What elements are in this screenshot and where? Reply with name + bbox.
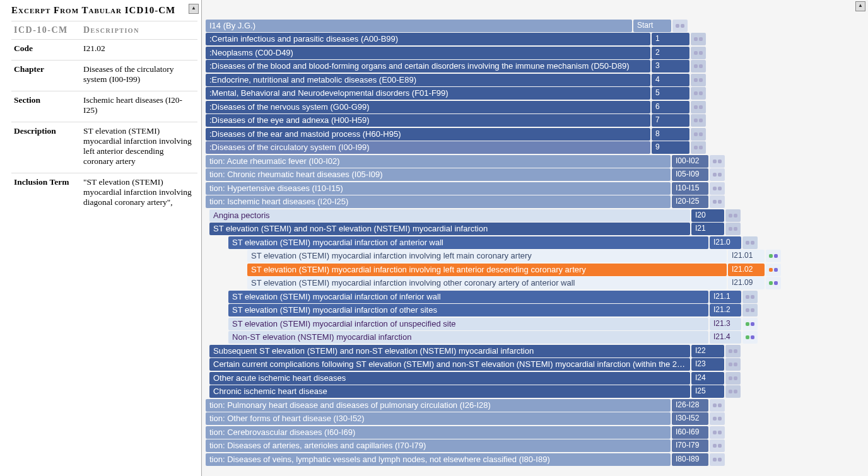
tree-status-dots[interactable] (725, 358, 741, 371)
tree-code[interactable]: I26-I28 (672, 399, 708, 412)
tree-status-dots[interactable] (710, 155, 725, 168)
tree-label[interactable]: tion: Pulmonary heart disease and diseas… (206, 399, 671, 412)
tree-row[interactable]: tion: Hypertensive diseases (I10-I15)I10… (206, 182, 868, 195)
tree-label[interactable]: :Neoplasms (C00-D49) (206, 47, 650, 59)
tree-code[interactable]: 6 (652, 101, 689, 113)
tree-row[interactable]: tion: Diseases of arteries, arterioles a… (206, 439, 868, 453)
tree-row[interactable]: :Certain infectious and parasitic diseas… (206, 33, 868, 46)
tree-row[interactable]: tion: Ischemic heart diseases (I20-I25)I… (206, 195, 868, 209)
tree-status-dots[interactable] (710, 453, 725, 466)
tree-label[interactable]: ST elevation (STEMI) myocardial infarcti… (247, 264, 727, 276)
tree-status-dots[interactable] (742, 291, 758, 303)
tree-status-dots[interactable] (766, 277, 781, 289)
tree-label[interactable]: Non-ST elevation (NSTEMI) myocardial inf… (228, 331, 708, 344)
tree-row[interactable]: :Mental, Behavioral and Neurodevelopment… (206, 87, 868, 100)
tree-row[interactable]: tion: Pulmonary heart disease and diseas… (206, 398, 868, 412)
tree-label[interactable]: :Diseases of the nervous system (G00-G99… (206, 101, 650, 113)
tree-status-dots[interactable] (691, 74, 706, 86)
tree-row[interactable]: Non-ST elevation (NSTEMI) myocardial inf… (228, 331, 868, 344)
tree-label[interactable]: tion: Cerebrovascular diseases (I60-I69) (206, 426, 671, 439)
tree-status-dots[interactable] (742, 331, 758, 344)
tree-row[interactable]: :Diseases of the blood and blood-forming… (206, 60, 868, 73)
tree-status-dots[interactable] (710, 426, 725, 439)
tree-label[interactable]: ST elevation (STEMI) myocardial infarcti… (247, 250, 727, 262)
tree-status-dots[interactable] (742, 236, 758, 249)
tree-row[interactable]: Angina pectorisI20 (209, 209, 868, 222)
tree-code[interactable]: 9 (652, 141, 689, 154)
tree-row[interactable]: tion: Diseases of veins, lymphatic vesse… (206, 453, 868, 466)
tree-code[interactable]: I21.1 (710, 291, 741, 303)
tree-status-dots[interactable] (725, 223, 741, 235)
tree-label[interactable]: ST elevation (STEMI) myocardial infarcti… (247, 277, 727, 289)
tree-row[interactable]: :Diseases of the eye and adnexa (H00-H59… (206, 114, 868, 127)
tree-row[interactable]: ST elevation (STEMI) myocardial infarcti… (228, 317, 868, 330)
tree-label[interactable]: Chronic ischemic heart disease (209, 385, 690, 398)
tree-code[interactable]: I20-I25 (672, 195, 708, 208)
tree-status-dots[interactable] (766, 250, 781, 262)
tree-row[interactable]: tion: Other forms of heart disease (I30-… (206, 412, 868, 426)
tree-label[interactable]: Certain current complications following … (209, 358, 690, 371)
tree-label[interactable]: ST elevation (STEMI) myocardial infarcti… (228, 318, 708, 330)
tree-status-dots[interactable] (691, 128, 706, 141)
tree-row[interactable]: Certain current complications following … (209, 358, 868, 371)
tree-code[interactable]: I22 (691, 345, 724, 357)
tree-code[interactable]: I23 (691, 358, 724, 371)
tree-row[interactable]: tion: Chronic rheumatic heart diseases (… (206, 168, 868, 182)
tree-label[interactable]: tion: Diseases of veins, lymphatic vesse… (206, 453, 671, 466)
tree-label[interactable]: :Certain infectious and parasitic diseas… (206, 33, 650, 45)
tree-code[interactable]: 1 (652, 33, 689, 45)
tree-status-dots[interactable] (691, 60, 706, 73)
tree-code[interactable]: I25 (691, 385, 724, 398)
tree-label[interactable]: ST elevation (STEMI) myocardial infarcti… (228, 291, 708, 303)
tree-code[interactable]: I20 (691, 209, 724, 222)
tree-code[interactable]: I21 (691, 223, 724, 235)
tree-status-dots[interactable] (725, 345, 741, 357)
tree-code[interactable]: I70-I79 (672, 439, 708, 452)
tree-code[interactable]: Start (633, 20, 671, 32)
tree-code[interactable]: I21.09 (728, 277, 765, 289)
tree-row[interactable]: :Diseases of the ear and mastoid process… (206, 127, 868, 141)
tree-row[interactable]: ST elevation (STEMI) myocardial infarcti… (228, 304, 868, 317)
tree-row[interactable]: :Neoplasms (C00-D49)2 (206, 46, 868, 59)
tree-status-dots[interactable] (766, 264, 781, 276)
tree-label[interactable]: tion: Acute rheumatic fever (I00-I02) (206, 155, 671, 168)
tree-code[interactable]: I60-I69 (672, 426, 708, 439)
tree-row[interactable]: ST elevation (STEMI) myocardial infarcti… (247, 263, 868, 276)
tree-row[interactable]: ST elevation (STEMI) myocardial infarcti… (247, 277, 868, 290)
tree-label[interactable]: Subsequent ST elevation (STEMI) and non-… (209, 345, 690, 357)
tree-row[interactable]: :Diseases of the nervous system (G00-G99… (206, 100, 868, 113)
tree-label[interactable]: tion: Diseases of arteries, arterioles a… (206, 439, 671, 452)
tree-label[interactable]: ST elevation (STEMI) myocardial infarcti… (228, 236, 708, 249)
tree-code[interactable]: 2 (652, 47, 689, 59)
tree-code[interactable]: I00-I02 (672, 155, 708, 168)
tree-code[interactable]: 7 (652, 114, 689, 127)
tree-code[interactable]: 4 (652, 74, 689, 86)
tree-status-dots[interactable] (742, 304, 758, 316)
tree-code[interactable]: I21.2 (710, 304, 741, 316)
tree-row[interactable]: Other acute ischemic heart diseasesI24 (209, 371, 868, 385)
tree-label[interactable]: :Endocrine, nutritional and metabolic di… (206, 74, 650, 86)
tree-status-dots[interactable] (725, 385, 741, 398)
tree-code[interactable]: I10-I15 (672, 182, 708, 195)
tree-status-dots[interactable] (691, 47, 706, 59)
tree-row[interactable]: tion: Cerebrovascular diseases (I60-I69)… (206, 426, 868, 439)
tree-row[interactable]: ST elevation (STEMI) and non-ST elevatio… (209, 223, 868, 236)
tree-label[interactable]: tion: Hypertensive diseases (I10-I15) (206, 182, 671, 195)
tree-status-dots[interactable] (672, 20, 688, 32)
tree-status-dots[interactable] (710, 182, 725, 195)
tree-row[interactable]: Subsequent ST elevation (STEMI) and non-… (209, 344, 868, 357)
tree-code[interactable]: 8 (652, 128, 689, 141)
tree-row[interactable]: ST elevation (STEMI) myocardial infarcti… (228, 290, 868, 303)
tree-row[interactable]: :Endocrine, nutritional and metabolic di… (206, 73, 868, 86)
tree-label[interactable]: :Diseases of the circulatory system (I00… (206, 141, 650, 154)
tree-status-dots[interactable] (710, 195, 725, 208)
tree-label[interactable]: :Diseases of the blood and blood-forming… (206, 60, 650, 73)
scroll-up-button[interactable]: ▲ (189, 4, 199, 14)
tree-code[interactable]: I21.4 (710, 331, 741, 344)
tree-row[interactable]: I14 (By J.G.)Start (206, 19, 868, 32)
tree-code[interactable]: I30-I52 (672, 412, 708, 425)
tree-status-dots[interactable] (725, 372, 741, 385)
tree-code[interactable]: I05-I09 (672, 168, 708, 181)
tree-label[interactable]: I14 (By J.G.) (206, 20, 632, 32)
tree-row[interactable]: ST elevation (STEMI) myocardial infarcti… (228, 236, 868, 249)
